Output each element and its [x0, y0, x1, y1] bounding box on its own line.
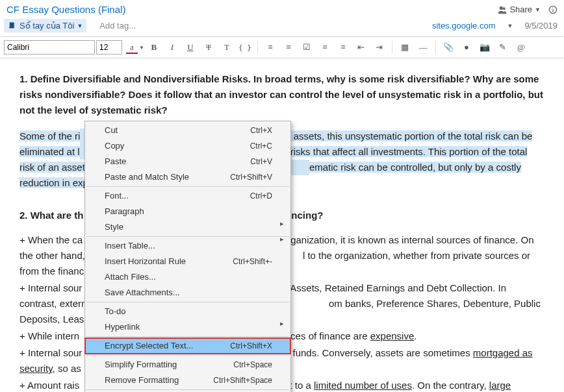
menu-item-label: Cut	[105, 125, 118, 136]
note-title[interactable]: CF Essay Questions (Final)	[6, 4, 125, 15]
strike-button[interactable]: T	[200, 40, 217, 55]
svg-rect-5	[9, 22, 14, 28]
context-menu-item[interactable]: Paste and Match StyleCtrl+Shift+V	[85, 169, 290, 185]
menu-item-label: Paste	[105, 156, 126, 167]
add-tag-input[interactable]: Add tag...	[99, 21, 136, 31]
context-menu-item[interactable]: Font...Ctrl+D	[85, 188, 290, 204]
at-mention-button[interactable]: @	[513, 40, 530, 55]
menu-item-shortcut: Ctrl+Shift+X	[230, 340, 272, 352]
menu-separator	[86, 389, 289, 390]
menu-item-label: To-do	[105, 306, 126, 317]
svg-point-4	[552, 7, 554, 8]
context-menu-item[interactable]: Insert Table...	[85, 238, 290, 254]
align-center-button[interactable]: ≡	[335, 40, 352, 55]
font-size-select[interactable]	[96, 40, 122, 55]
checkbox-list-button[interactable]: ☑	[298, 40, 315, 55]
font-color-button[interactable]: a	[123, 40, 140, 55]
menu-item-label: Hyperlink	[105, 321, 140, 333]
context-menu-item[interactable]: Style	[85, 219, 290, 235]
superscript-button[interactable]: T	[218, 40, 235, 55]
menu-item-shortcut: Ctrl+C	[250, 140, 272, 152]
notebook-icon	[8, 21, 17, 31]
menu-item-shortcut: Ctrl+X	[250, 125, 272, 136]
svg-point-1	[503, 7, 506, 10]
share-button[interactable]: Share ▼	[498, 5, 541, 14]
context-menu-item[interactable]: Encrypt Selected Text...Ctrl+Shift+X	[85, 338, 290, 354]
context-menu: CutCtrl+XCopyCtrl+CPasteCtrl+VPaste and …	[84, 121, 291, 392]
context-menu-item[interactable]: Paragraph	[85, 204, 290, 219]
context-menu-item[interactable]: Hyperlink	[85, 319, 290, 335]
annotate-button[interactable]: ✎	[494, 40, 511, 55]
bullet-list-button[interactable]: ≡	[262, 40, 279, 55]
context-menu-item[interactable]: CopyCtrl+C	[85, 138, 290, 154]
align-left-button[interactable]: ≡	[316, 40, 333, 55]
context-menu-item[interactable]: Save Attachments...	[85, 285, 290, 300]
attach-button[interactable]: 📎	[440, 40, 457, 55]
format-toolbar: a ▼ B I U T T { } ≡ ≡ ☑ ≡ ≡ ⇤ ⇥ ▦ — 📎 ● …	[0, 36, 564, 58]
number-list-button[interactable]: ≡	[280, 40, 297, 55]
menu-item-label: Insert Table...	[105, 240, 155, 252]
menu-item-shortcut: Ctrl+V	[250, 156, 272, 167]
menu-separator	[86, 302, 289, 302]
table-button[interactable]: ▦	[396, 40, 413, 55]
menu-separator	[86, 236, 289, 237]
question-1: 1. Define Diversifiable and Nondiversifi…	[19, 71, 545, 118]
share-label: Share	[509, 5, 532, 14]
context-menu-item[interactable]: Insert Horizontal RuleCtrl+Shift+-	[85, 254, 290, 269]
context-menu-item[interactable]: To-do	[85, 304, 290, 319]
menu-item-label: Insert Horizontal Rule	[105, 256, 186, 267]
notebook-label: Sổ tay của Tôi	[19, 21, 74, 31]
camera-button[interactable]: 📷	[476, 40, 493, 55]
menu-separator	[86, 336, 289, 337]
menu-separator	[86, 355, 289, 356]
menu-item-label: Copy	[105, 140, 124, 152]
svg-rect-6	[9, 23, 10, 25]
separator	[257, 41, 258, 54]
people-icon	[498, 5, 507, 14]
menu-separator	[86, 186, 289, 187]
context-menu-item[interactable]: PasteCtrl+V	[85, 154, 290, 169]
font-family-select[interactable]	[4, 40, 95, 55]
hr-button[interactable]: —	[415, 40, 431, 55]
menu-item-shortcut: Ctrl+Space	[233, 359, 272, 371]
menu-item-label: Paste and Match Style	[105, 171, 189, 183]
menu-item-label: Paragraph	[105, 206, 144, 217]
menu-item-label: Attach Files...	[105, 271, 156, 283]
italic-button[interactable]: I	[164, 40, 181, 55]
menu-item-label: Simplify Formatting	[105, 359, 177, 371]
underline-button[interactable]: U	[182, 40, 199, 55]
menu-item-label: Encrypt Selected Text...	[105, 340, 193, 352]
note-date: 9/5/2019	[524, 21, 558, 31]
record-audio-button[interactable]: ●	[458, 40, 475, 55]
context-menu-item[interactable]: Simplify FormattingCtrl+Space	[85, 357, 290, 373]
menu-item-shortcut: Ctrl+Shift+-	[233, 256, 272, 267]
source-link[interactable]: sites.google.com	[432, 21, 496, 31]
bold-button[interactable]: B	[146, 40, 162, 55]
separator	[435, 41, 436, 54]
menu-item-shortcut: Ctrl+Shift+V	[230, 171, 272, 183]
chevron-down-icon: ▼	[77, 23, 83, 29]
outdent-button[interactable]: ⇤	[353, 40, 370, 55]
context-menu-item[interactable]: Remove FormattingCtrl+Shift+Space	[85, 373, 290, 388]
code-block-button[interactable]: { }	[237, 40, 253, 55]
svg-rect-7	[9, 25, 10, 27]
chevron-down-icon: ▼	[507, 23, 513, 29]
notebook-selector[interactable]: Sổ tay của Tôi ▼	[4, 19, 86, 32]
context-menu-item[interactable]: CutCtrl+X	[85, 123, 290, 138]
chevron-down-icon: ▼	[535, 6, 541, 13]
menu-item-shortcut: Ctrl+Shift+Space	[213, 374, 272, 386]
context-menu-item[interactable]: Attach Files...	[85, 269, 290, 285]
info-icon[interactable]	[548, 5, 558, 14]
svg-point-0	[500, 6, 503, 9]
menu-item-label: Remove Formatting	[105, 374, 179, 386]
menu-item-label: Style	[105, 221, 123, 233]
indent-button[interactable]: ⇥	[371, 40, 388, 55]
menu-item-shortcut: Ctrl+D	[250, 190, 272, 202]
menu-item-label: Font...	[105, 190, 129, 202]
separator	[392, 41, 392, 54]
menu-item-label: Save Attachments...	[105, 287, 180, 299]
